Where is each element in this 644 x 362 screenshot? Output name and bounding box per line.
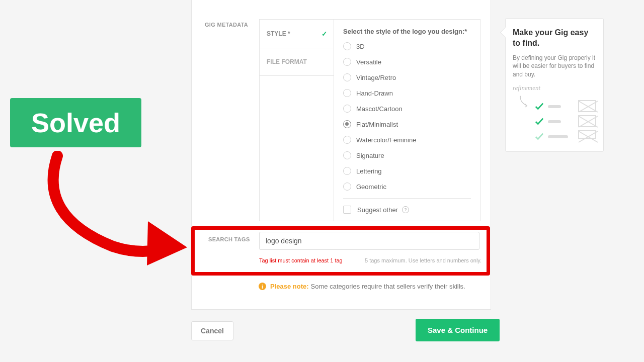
search-tags-label: SEARCH TAGS [208, 236, 250, 242]
metadata-tab-file-format-label: FILE FORMAT [267, 58, 307, 65]
note-text: Some categories require that sellers ver… [311, 283, 465, 290]
style-heading: Select the style of the logo you design:… [343, 28, 471, 35]
style-option-label: 3D [356, 43, 365, 50]
style-option-label: Versatile [356, 58, 381, 66]
gig-metadata-label: GIG METADATA [205, 22, 248, 28]
radio-icon[interactable] [343, 89, 351, 97]
style-option-label: Lettering [356, 167, 382, 175]
tag-hint-text: 5 tags maximum. Use letters and numbers … [365, 257, 481, 263]
radio-icon[interactable] [343, 105, 351, 113]
divider [343, 198, 471, 199]
radio-icon[interactable] [343, 167, 351, 175]
metadata-tab-file-format[interactable]: FILE FORMAT [260, 48, 334, 76]
style-option-lettering[interactable]: Lettering [343, 167, 471, 175]
radio-icon[interactable] [343, 120, 351, 128]
line-icon [548, 105, 561, 108]
radio-icon[interactable] [343, 42, 351, 50]
tip-panel: Make your Gig easy to find. By defining … [505, 18, 604, 152]
style-option-geometric[interactable]: Geometric [343, 183, 471, 191]
box-icon [578, 100, 596, 112]
tag-error-text: Tag list must contain at least 1 tag [259, 257, 343, 263]
style-option-versatile[interactable]: Versatile [343, 58, 471, 66]
check-icon: ✓ [321, 30, 328, 38]
suggest-other-label: Suggest other [357, 206, 398, 214]
radio-icon[interactable] [343, 183, 351, 191]
style-option-3d[interactable]: 3D [343, 42, 471, 50]
style-option-label: Vintage/Retro [356, 74, 396, 81]
suggest-other-row[interactable]: Suggest other ? [343, 206, 471, 214]
radio-icon[interactable] [343, 151, 351, 159]
save-continue-button[interactable]: Save & Continue [416, 319, 500, 341]
checkmark-icon [535, 117, 544, 126]
please-note-row: i Please note: Some categories require t… [259, 283, 465, 290]
tip-handwritten: refinement [513, 84, 596, 92]
style-option-label: Geometric [356, 183, 386, 191]
radio-icon[interactable] [343, 58, 351, 66]
style-option-vintage-retro[interactable]: Vintage/Retro [343, 73, 471, 81]
note-prefix: Please note: [270, 283, 309, 290]
box-icon [578, 130, 596, 139]
line-icon [548, 120, 561, 123]
radio-icon[interactable] [343, 136, 351, 144]
solved-overlay-badge: Solved [10, 98, 141, 147]
red-arrow-icon [42, 151, 188, 266]
style-option-label: Mascot/Cartoon [356, 105, 403, 113]
style-option-label: Flat/Minimalist [356, 121, 398, 128]
line-icon [548, 135, 568, 138]
metadata-tab-style-label: STYLE * [267, 30, 290, 37]
style-option-label: Signature [356, 152, 384, 159]
checkmark-icon [535, 132, 544, 141]
style-option-mascot-cartoon[interactable]: Mascot/Cartoon [343, 105, 471, 113]
metadata-content: Select the style of the logo you design:… [334, 20, 480, 221]
style-option-signature[interactable]: Signature [343, 151, 471, 159]
box-icon [578, 115, 596, 127]
style-option-watercolor-feminine[interactable]: Watercolor/Feminine [343, 136, 471, 144]
cancel-button[interactable]: Cancel [191, 321, 233, 340]
style-option-label: Hand-Drawn [356, 89, 393, 97]
tip-illustration [513, 94, 596, 144]
radio-icon[interactable] [343, 73, 351, 81]
tip-text: By defining your Gig properly it will be… [513, 54, 596, 79]
info-icon: i [259, 283, 266, 290]
arrow-icon [519, 95, 532, 108]
metadata-tab-style[interactable]: STYLE * ✓ [260, 20, 334, 48]
tip-title: Make your Gig easy to find. [513, 28, 596, 49]
style-option-label: Watercolor/Feminine [356, 136, 416, 144]
checkmark-icon [535, 102, 544, 111]
metadata-sidebar: STYLE * ✓ FILE FORMAT [260, 20, 334, 76]
metadata-box: STYLE * ✓ FILE FORMAT Select the style o… [259, 19, 480, 221]
question-icon[interactable]: ? [402, 206, 409, 213]
style-option-flat-minimalist[interactable]: Flat/Minimalist [343, 120, 471, 128]
search-tags-input[interactable] [259, 232, 479, 250]
checkbox-icon[interactable] [343, 206, 351, 214]
style-option-hand-drawn[interactable]: Hand-Drawn [343, 89, 471, 97]
